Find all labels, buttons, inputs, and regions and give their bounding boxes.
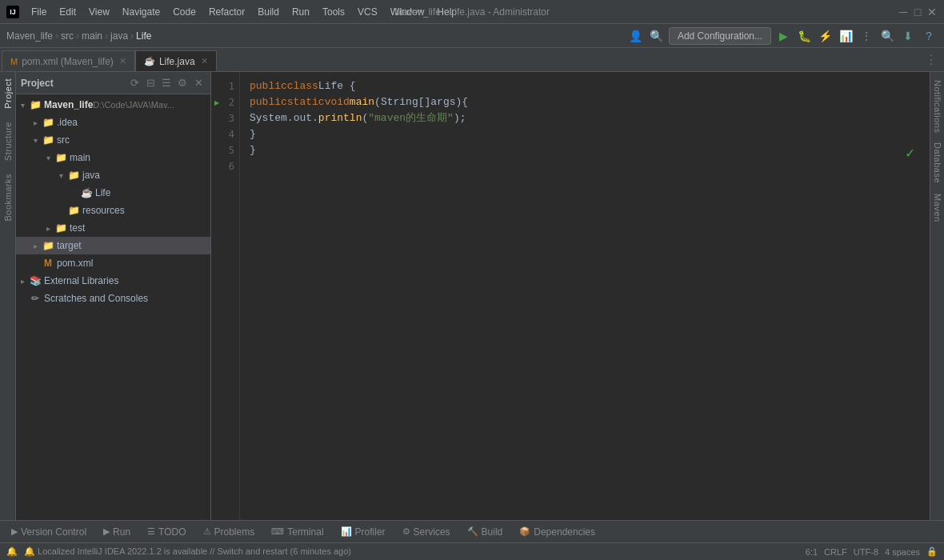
bottom-tab-profiler[interactable]: 📊Profiler — [333, 521, 394, 543]
bottom-tab-run[interactable]: ▶Run — [95, 521, 139, 543]
project-panel-title: Project — [21, 78, 54, 89]
close-button[interactable]: ✕ — [926, 6, 938, 18]
notification-bell-icon[interactable]: 🔔 — [6, 546, 18, 557]
menu-item-view[interactable]: View — [83, 5, 115, 19]
lock-icon[interactable]: 🔒 — [926, 546, 938, 557]
tree-expand-arrow[interactable]: ▾ — [29, 136, 42, 145]
breadcrumb: Maven_life›src›main›java›Life — [6, 30, 151, 42]
bottom-tab-version-control[interactable]: ▶Version Control — [3, 521, 95, 543]
bottom-tab-icon: ▶ — [11, 526, 18, 537]
tree-item-label: main — [70, 152, 90, 163]
life-java-tab-close[interactable]: ✕ — [201, 56, 208, 66]
database-panel-label[interactable]: Database — [932, 138, 943, 188]
build-toolbar-more-icon[interactable]: ⋮ — [858, 27, 875, 45]
add-configuration-button[interactable]: Add Configuration... — [669, 27, 771, 45]
tree-item[interactable]: ▾📁main — [16, 149, 210, 166]
notifications-panel-label[interactable]: Notifications — [932, 75, 943, 138]
collapse-all-icon[interactable]: ⊟ — [143, 76, 158, 90]
menu-item-navigate[interactable]: Navigate — [117, 5, 166, 19]
structure-panel-label[interactable]: Structure — [2, 115, 14, 167]
tab-life-java[interactable]: ☕ Life.java ✕ — [135, 50, 217, 71]
tree-expand-arrow[interactable]: ▸ — [29, 242, 42, 250]
tree-expand-arrow[interactable]: ▸ — [29, 118, 42, 127]
pom-xml-tab-close[interactable]: ✕ — [119, 56, 126, 66]
tree-expand-arrow[interactable]: ▾ — [54, 171, 67, 180]
bottom-tab-todo[interactable]: ☰TODO — [139, 521, 194, 543]
title-bar: IJ FileEditViewNavigateCodeRefactorBuild… — [0, 0, 944, 24]
update-icon[interactable]: ⬇ — [899, 27, 917, 45]
hide-panel-icon[interactable]: ✕ — [191, 76, 206, 90]
menu-item-file[interactable]: File — [26, 5, 52, 19]
breadcrumb-item-java[interactable]: java — [110, 30, 128, 42]
tree-item[interactable]: ✏Scratches and Consoles — [16, 290, 210, 307]
menu-item-run[interactable]: Run — [286, 5, 315, 19]
maximize-button[interactable]: □ — [912, 6, 923, 18]
tree-item[interactable]: ▾📁Maven_life D:\Code\JAVA\Mav... — [16, 96, 210, 114]
breadcrumb-item-life: Life — [136, 30, 151, 42]
breadcrumb-item-src[interactable]: src — [61, 30, 74, 42]
tree-item-label: target — [57, 240, 82, 251]
tree-item[interactable]: Mpom.xml — [16, 254, 210, 272]
tree-item-label: .idea — [57, 117, 78, 128]
tree-item[interactable]: ▾📁java — [16, 166, 210, 184]
bottom-tab-problems[interactable]: ⚠Problems — [195, 521, 264, 543]
debug-button[interactable]: 🐛 — [795, 27, 813, 45]
filter-icon[interactable]: ☰ — [159, 76, 174, 90]
breadcrumb-item-maven_life[interactable]: Maven_life — [6, 30, 53, 42]
tab-more-button[interactable]: ⋮ — [918, 52, 944, 67]
line-number-row: 6 — [213, 158, 234, 174]
tree-expand-arrow[interactable]: ▸ — [42, 224, 54, 233]
indent[interactable]: 4 spaces — [885, 547, 920, 557]
sync-icon[interactable]: ⟳ — [127, 76, 142, 90]
line-ending[interactable]: CRLF — [824, 547, 847, 557]
encoding[interactable]: UTF-8 — [854, 547, 878, 557]
code-editor[interactable]: 1▶23456 public class Life { public stati… — [211, 72, 930, 520]
bottom-tab-terminal[interactable]: ⌨Terminal — [263, 521, 332, 543]
settings-icon[interactable]: 🔍 — [648, 27, 666, 45]
tree-item[interactable]: ▸📁target — [16, 237, 210, 254]
far-left-panel: Project Structure Bookmarks — [0, 72, 16, 520]
tree-item-icon: 📁 — [42, 134, 54, 146]
search-toolbar-icon[interactable]: 🔍 — [878, 27, 896, 45]
menu-item-vcs[interactable]: VCS — [352, 5, 383, 19]
tab-pom-xml[interactable]: M pom.xml (Maven_life) ✕ — [2, 50, 135, 71]
coverage-button[interactable]: ⚡ — [816, 27, 834, 45]
tree-item-icon: 📚 — [29, 275, 42, 286]
menu-item-refactor[interactable]: Refactor — [203, 5, 250, 19]
profile-button[interactable]: 📊 — [837, 27, 854, 45]
breadcrumb-separator: › — [76, 30, 79, 42]
tree-item-path: D:\Code\JAVA\Mav... — [93, 100, 174, 110]
tree-expand-arrow[interactable]: ▾ — [42, 154, 54, 162]
run-gutter-icon[interactable]: ▶ — [213, 98, 221, 106]
tree-item-icon: 📁 — [54, 222, 67, 234]
breadcrumb-item-main[interactable]: main — [82, 30, 102, 42]
bottom-tab-dependencies[interactable]: 📦Dependencies — [511, 521, 604, 543]
menu-item-edit[interactable]: Edit — [54, 5, 82, 19]
code-area[interactable]: public class Life { public static void m… — [240, 72, 930, 520]
tree-item[interactable]: ▾📁src — [16, 131, 210, 149]
tree-item-icon: 📁 — [67, 205, 80, 216]
tree-item[interactable]: ☕Life — [16, 184, 210, 202]
tree-item[interactable]: ▸📁test — [16, 219, 210, 237]
maven-panel-label[interactable]: Maven — [932, 189, 943, 227]
bookmarks-panel-label[interactable]: Bookmarks — [2, 167, 14, 228]
tree-expand-arrow[interactable]: ▸ — [16, 277, 29, 286]
menu-item-tools[interactable]: Tools — [317, 5, 350, 19]
tree-item-icon: M — [42, 258, 54, 269]
tree-item[interactable]: ▸📚External Libraries — [16, 272, 210, 290]
settings-project-icon[interactable]: ⚙ — [175, 76, 190, 90]
menu-item-code[interactable]: Code — [167, 5, 202, 19]
tree-expand-arrow[interactable]: ▾ — [16, 101, 29, 110]
minimize-button[interactable]: ─ — [898, 6, 909, 18]
bottom-tab-services[interactable]: ⚙Services — [394, 521, 459, 543]
code-token: ( — [374, 94, 381, 110]
tree-item[interactable]: 📁resources — [16, 202, 210, 219]
account-icon[interactable]: 👤 — [627, 27, 645, 45]
project-panel-label[interactable]: Project — [2, 72, 14, 115]
menu-item-build[interactable]: Build — [252, 5, 285, 19]
run-button[interactable]: ▶ — [774, 27, 792, 45]
cursor-position[interactable]: 6:1 — [806, 547, 818, 557]
help-icon[interactable]: ? — [920, 27, 938, 45]
tree-item[interactable]: ▸📁.idea — [16, 114, 210, 131]
bottom-tab-build[interactable]: 🔨Build — [459, 521, 512, 543]
